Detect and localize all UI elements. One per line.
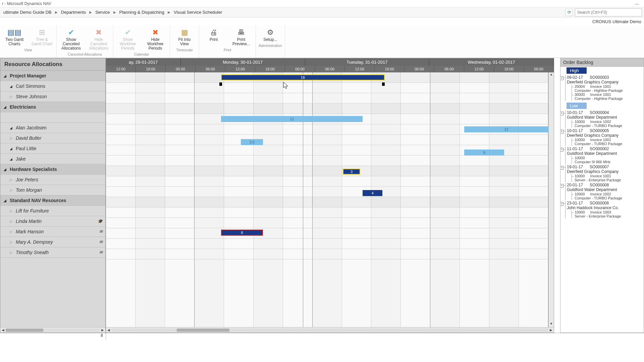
print-button[interactable]: 🖨 Print [202, 27, 225, 47]
toggle-icon[interactable]: ▷ [10, 178, 14, 182]
resource-item[interactable]: ◢Carl Simmons [0, 81, 105, 92]
allocation-bar[interactable]: 12 [221, 116, 363, 122]
toggle-icon[interactable]: ◢ [4, 105, 8, 109]
resource-hscroll[interactable]: ◀ ▶ [0, 327, 105, 333]
toggle-icon[interactable]: ▷ [10, 240, 14, 244]
scroll-right-icon[interactable]: ▶ [548, 328, 554, 332]
resource-item[interactable]: ▷Joe Peters [0, 175, 105, 185]
expand-icon[interactable]: + [560, 130, 564, 133]
hide-canceled-button[interactable]: ✖ Hide Canceled Allocations [87, 27, 110, 51]
scroll-left-icon[interactable]: ◀ [0, 328, 6, 332]
order-line[interactable]: 10000Invoice 1003Server - Enterprise Pac… [572, 210, 644, 218]
toggle-icon[interactable]: ◢ [4, 199, 8, 202]
resource-item[interactable]: ▷Mary A. Dempsey✉ [0, 237, 105, 247]
resource-item[interactable]: ▷Lift for Furniture [0, 206, 105, 216]
toggle-icon[interactable]: ◢ [10, 147, 14, 150]
order-line[interactable]: 30000Invoice 1001Computer - Highline Pac… [572, 93, 644, 101]
order-line[interactable]: 10000Computer III 866 MHz [572, 156, 644, 164]
resource-item[interactable]: ◢Paul Little [0, 143, 105, 154]
backlog-order[interactable]: +10-01-17SO000005Deerfield Graphics Comp… [565, 128, 644, 146]
toggle-icon[interactable]: ◢ [10, 84, 14, 88]
order-number: SO000005 [590, 128, 609, 133]
order-line[interactable]: 10000Invoice 1002Computer - TURBO Packag… [572, 192, 644, 200]
backlog-order[interactable]: +11-01-17SO000002Guildford Water Departm… [565, 146, 644, 164]
resource-group[interactable]: ◢Hardware Specialists [0, 164, 105, 175]
priority-low-label[interactable]: Low [567, 103, 587, 109]
resource-item[interactable]: ▷Mark Hanson✉ [0, 227, 105, 237]
gantt-body[interactable]: 16 12 12 3.5 8 3 4 8 [106, 72, 548, 327]
order-line[interactable]: 20004Invoice 1001Computer - Highline Pac… [572, 84, 644, 93]
toggle-icon[interactable]: ▷ [10, 220, 14, 223]
print-preview-button[interactable]: 🖶 Print Preview... [229, 27, 253, 47]
gantt-hscroll[interactable]: ◀ ▶ [106, 327, 554, 333]
breadcrumb-item[interactable]: Departments [60, 9, 87, 15]
resource-item[interactable]: ▷Tom Morgan [0, 185, 105, 195]
chevron-right-icon: ▶ [55, 10, 58, 14]
toggle-icon[interactable]: ▷ [10, 209, 14, 213]
scroll-right-icon[interactable]: ▶ [100, 328, 105, 332]
order-line[interactable]: 10000Invoice 1001Server - Enterprise Pac… [572, 174, 644, 182]
bar-label: 8 [241, 231, 243, 235]
hide-workfree-button[interactable]: ✖ Hide Workfree Periods [144, 27, 167, 51]
breadcrumb-item[interactable]: Planning & Dispatching [118, 9, 166, 15]
breadcrumb-item[interactable]: Service [94, 9, 111, 15]
setup-button[interactable]: ⚙ Setup... [259, 27, 282, 43]
allocation-bar[interactable]: 12 [464, 126, 548, 132]
expand-icon[interactable]: + [560, 184, 564, 188]
breadcrumb-item[interactable]: ultimate Demo Guide DB [2, 9, 53, 15]
refresh-icon[interactable]: ⟳ [566, 9, 573, 16]
order-line[interactable]: 10000Invoice 1002Computer - TURBO Packag… [572, 120, 644, 128]
drag-end-handle[interactable] [382, 82, 385, 86]
fit-into-view-button[interactable]: ▦ Fit Into View [173, 27, 196, 47]
expand-icon[interactable]: + [560, 76, 564, 80]
toggle-icon[interactable]: ▷ [10, 136, 14, 140]
resource-item[interactable]: ◢Alan Jacobsen [0, 123, 105, 133]
backlog-order[interactable]: +23-01-17SO000006John Haddock Insurance … [565, 201, 644, 218]
scroll-up-icon[interactable]: ▲ [549, 72, 554, 78]
resource-item[interactable]: ▷Linda Martin🎓 [0, 216, 105, 227]
toggle-icon[interactable]: ▷ [10, 95, 14, 99]
allocation-bar[interactable]: 3.5 [241, 139, 263, 145]
toggle-icon[interactable]: ◢ [10, 157, 14, 161]
toggle-icon[interactable]: ▷ [10, 251, 14, 254]
allocation-bar[interactable]: 4 [363, 190, 382, 196]
minimize-icon[interactable]: — [632, 2, 642, 6]
order-line[interactable]: 10000Invoice 1001Computer - TURBO Packag… [572, 138, 644, 146]
resource-item[interactable]: ▷Steve Johnson [0, 92, 105, 102]
two-gantt-charts-button[interactable]: ▤▤ Two Gantt Charts [3, 27, 26, 47]
resource-group[interactable]: ◢Standard NAV Resources [0, 195, 105, 206]
expand-icon[interactable]: + [560, 112, 564, 115]
backlog-order[interactable]: +20-01-17SO000008Guildford Water Departm… [565, 183, 644, 200]
show-workfree-button[interactable]: ✔ Show Workfree Periods [116, 27, 140, 51]
toggle-icon[interactable]: ◢ [4, 168, 8, 171]
resource-item[interactable]: ◢Jake [0, 154, 105, 164]
expand-icon[interactable]: + [560, 202, 564, 206]
drag-start-handle[interactable] [219, 82, 222, 86]
allocation-bar[interactable]: 16 [221, 74, 385, 80]
expand-icon[interactable]: + [560, 148, 564, 152]
resource-item[interactable]: ▷David Butler [0, 133, 105, 143]
search-input[interactable] [575, 8, 642, 16]
scroll-down-icon[interactable]: ▼ [549, 322, 554, 327]
resource-group[interactable]: ◢Electricians [0, 102, 105, 112]
toggle-icon[interactable]: ◢ [10, 126, 14, 130]
scroll-left-icon[interactable]: ◀ [106, 328, 111, 332]
backlog-order[interactable]: +09-02-17SO000003Deerfield Graphics Comp… [565, 75, 644, 101]
toggle-icon[interactable]: ▷ [10, 230, 14, 234]
tree-gantt-chart-button[interactable]: ⊞ Tree & Gantt Chart [30, 27, 54, 47]
toggle-icon[interactable]: ▷ [10, 188, 14, 192]
show-canceled-button[interactable]: ✔ Show Canceled Allocations [59, 27, 83, 51]
backlog-order[interactable]: +10-01-17SO000004Guildford Water Departm… [565, 110, 644, 128]
backlog-order[interactable]: +19-01-17SO000007Deerfield Graphics Comp… [565, 165, 644, 182]
allocation-bar[interactable]: 8 [221, 230, 263, 236]
resource-group[interactable]: ◢Project Manager [0, 71, 105, 81]
toggle-icon[interactable]: ◢ [4, 74, 8, 78]
breadcrumb-item[interactable]: Visual Service Scheduler [172, 9, 223, 15]
resource-item[interactable]: ▷Timothy Sneath✉ [0, 247, 105, 258]
allocation-bar[interactable]: 3 [343, 169, 361, 175]
allocation-bar[interactable]: 8 [464, 149, 504, 156]
priority-high-label[interactable]: High [567, 67, 587, 74]
gantt-hour-label: 06:00 [315, 66, 345, 72]
expand-icon[interactable]: + [560, 166, 564, 170]
gantt-vscroll[interactable]: ▲ ▼ [548, 72, 554, 327]
